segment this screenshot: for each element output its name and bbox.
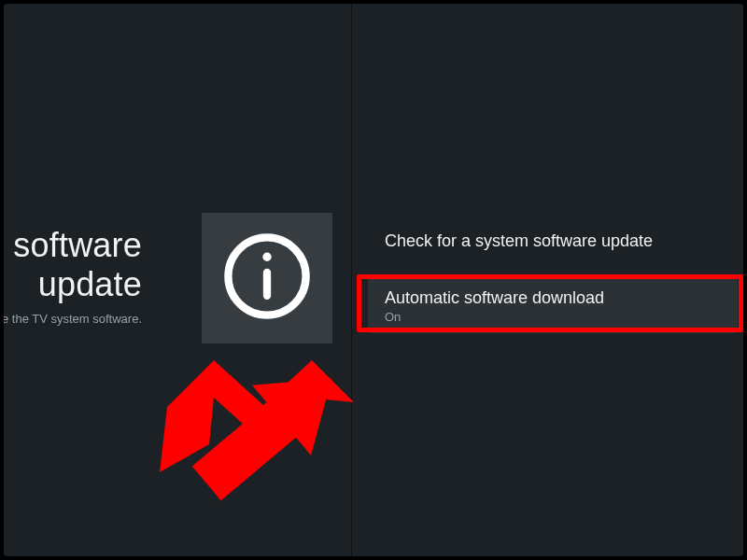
page-title-line2: update (38, 265, 142, 303)
options-list: Check for a system software update Autom… (368, 218, 738, 333)
option-check-update[interactable]: Check for a system software update (368, 218, 738, 264)
svg-marker-5 (252, 351, 359, 455)
page-title: n software update (4, 226, 142, 305)
option-label: Automatic software download (385, 288, 721, 308)
info-icon (218, 228, 316, 329)
info-icon-tile (202, 213, 332, 343)
page-subtitle: te the TV system software. (4, 312, 142, 326)
annotation-arrow (144, 351, 359, 519)
option-value: On (385, 310, 721, 324)
svg-rect-4 (192, 400, 300, 500)
vertical-divider (351, 4, 352, 556)
svg-point-2 (262, 253, 271, 261)
svg-marker-3 (160, 360, 354, 472)
option-auto-download[interactable]: Automatic software download On (368, 279, 738, 333)
settings-screen: n software update te the TV system softw… (4, 4, 743, 556)
page-title-line1: n software (4, 226, 142, 264)
option-label: Check for a system software update (385, 231, 721, 251)
